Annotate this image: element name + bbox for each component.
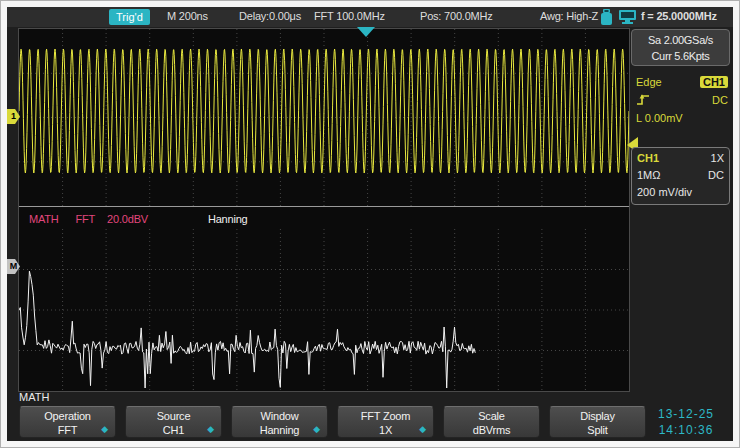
- scale-button[interactable]: Scale dBVrms: [443, 406, 540, 438]
- channel-name-label: CH1: [637, 150, 659, 167]
- sample-rate-readout: Sa 2.00GSa/s: [632, 32, 729, 48]
- operation-button[interactable]: Operation FFT ◆: [19, 406, 116, 438]
- awg-impedance-readout: Awg: High-Z: [540, 10, 598, 22]
- probe-attenuation-label: 1X: [711, 150, 724, 167]
- trigger-coupling-label: DC: [712, 94, 728, 106]
- channel-info-box: CH1 1X 1MΩ DC 200 mV/div: [631, 147, 730, 205]
- screenshot-frame: Trig'd M 200ns Delay:0.00μs FFT 100.0MHz…: [0, 0, 740, 448]
- dropdown-diamond-icon: ◆: [419, 425, 426, 434]
- button-label: Source: [126, 409, 221, 423]
- top-status-bar: Trig'd M 200ns Delay:0.00μs FFT 100.0MHz…: [7, 7, 733, 27]
- trigger-level-readout: L 0.00mV: [636, 112, 683, 124]
- dropdown-diamond-icon: ◆: [207, 425, 214, 434]
- trigger-status-badge: Trig'd: [109, 9, 150, 25]
- frequency-counter-readout: f = 25.0000MHz: [641, 10, 717, 22]
- trigger-info-box: Edge CH1 DC L 0.00mV: [636, 73, 728, 127]
- ch1-waveform: [19, 49, 629, 173]
- button-label: FFT Zoom: [338, 409, 433, 423]
- fft-trace: [19, 271, 475, 388]
- fft-zoom-button[interactable]: FFT Zoom 1X ◆: [337, 406, 434, 438]
- datetime-readout: 13-12-25 14:10:36: [658, 406, 714, 438]
- button-label: Display: [550, 409, 645, 423]
- menu-group-label: MATH: [19, 391, 49, 403]
- display-button[interactable]: Display Split: [549, 406, 646, 438]
- trigger-position-icon[interactable]: [357, 27, 375, 37]
- channel-coupling-label: DC: [708, 167, 724, 184]
- button-label: Scale: [444, 409, 539, 423]
- dropdown-diamond-icon: ◆: [101, 425, 108, 434]
- trigger-source-badge: CH1: [700, 76, 728, 88]
- input-impedance-label: 1MΩ: [637, 167, 661, 184]
- oscilloscope-screen: Trig'd M 200ns Delay:0.00μs FFT 100.0MHz…: [7, 7, 733, 441]
- button-value: dBVrms: [444, 423, 539, 437]
- pc-monitor-icon: [619, 10, 636, 26]
- waveform-display-area: MATH FFT 20.0dBV Hanning: [18, 28, 630, 392]
- delay-readout: Delay:0.00μs: [239, 10, 301, 22]
- volts-per-div-readout: 200 mV/div: [637, 184, 692, 201]
- math-fft-header: MATH FFT 20.0dBV Hanning: [19, 208, 629, 229]
- trigger-type-label: Edge: [636, 76, 662, 88]
- math-scale-label: 20.0dBV: [107, 213, 148, 225]
- time-readout: 14:10:36: [658, 422, 714, 438]
- softkey-menu: Operation FFT ◆ Source CH1 ◆ Window Hann…: [19, 406, 714, 438]
- fft-window-label: Hanning: [208, 213, 248, 225]
- rising-edge-icon: [636, 92, 650, 108]
- button-value: Split: [550, 423, 645, 437]
- dropdown-diamond-icon: ◆: [313, 425, 320, 434]
- fft-position-readout: Pos: 700.0MHz: [420, 10, 493, 22]
- math-mode-label: FFT: [76, 213, 96, 225]
- acquisition-info-box: Sa 2.00GSa/s Curr 5.6Kpts: [631, 29, 730, 66]
- info-sidebar: Sa 2.00GSa/s Curr 5.6Kpts Edge CH1 DC L …: [631, 28, 731, 392]
- button-label: Window: [232, 409, 327, 423]
- button-label: Operation: [20, 409, 115, 423]
- timebase-readout: M 200ns: [167, 10, 208, 22]
- math-label: MATH: [29, 213, 59, 225]
- date-readout: 13-12-25: [658, 406, 714, 422]
- source-button[interactable]: Source CH1 ◆: [125, 406, 222, 438]
- memory-depth-readout: Curr 5.6Kpts: [632, 48, 729, 64]
- usb-icon: [600, 9, 613, 27]
- window-button[interactable]: Window Hanning ◆: [231, 406, 328, 438]
- fft-span-readout: FFT 100.0MHz: [314, 10, 385, 22]
